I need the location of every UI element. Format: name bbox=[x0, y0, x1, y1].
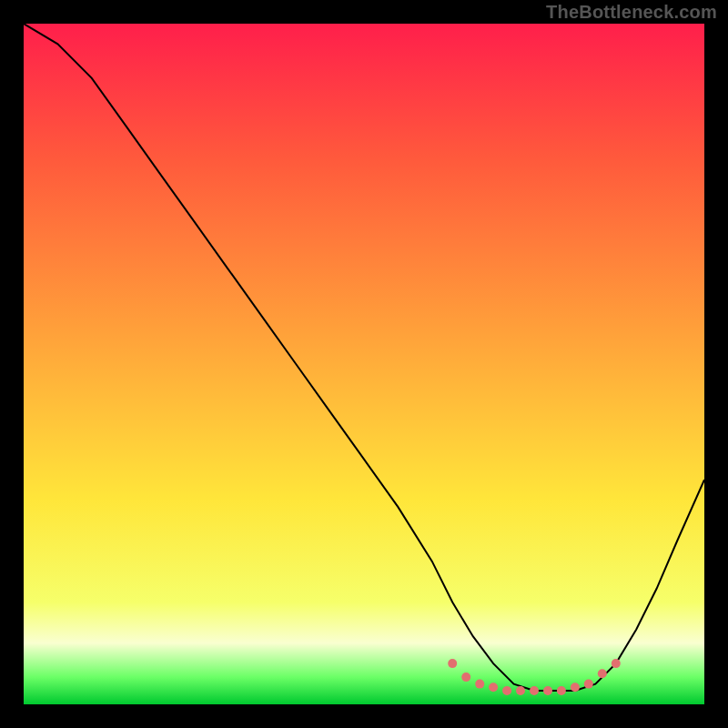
bottleneck-chart bbox=[24, 24, 704, 704]
optimal-point bbox=[448, 659, 457, 668]
optimal-point bbox=[502, 686, 511, 695]
optimal-point bbox=[612, 659, 621, 668]
optimal-point bbox=[571, 682, 580, 692]
optimal-point bbox=[543, 686, 552, 695]
optimal-point bbox=[530, 686, 539, 695]
optimal-point bbox=[584, 680, 593, 689]
optimal-point bbox=[557, 686, 566, 695]
optimal-point bbox=[598, 669, 607, 678]
optimal-point bbox=[461, 672, 470, 682]
optimal-point bbox=[516, 686, 525, 695]
optimal-point bbox=[475, 680, 484, 689]
optimal-point bbox=[489, 682, 498, 692]
chart-frame: TheBottleneck.com bbox=[0, 0, 728, 728]
watermark-text: TheBottleneck.com bbox=[546, 2, 717, 23]
